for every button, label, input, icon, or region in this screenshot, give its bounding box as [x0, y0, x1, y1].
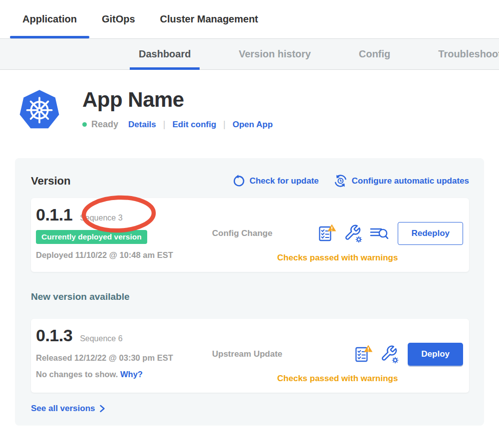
new-version-heading: New version available [31, 291, 469, 302]
edit-config-link[interactable]: Edit config [172, 120, 216, 130]
app-header: App Name Ready Details | Edit config | O… [17, 87, 499, 131]
top-nav: Application GitOps Cluster Management [0, 0, 499, 38]
auto-update-clock-icon [334, 174, 347, 188]
ready-status-dot-icon [82, 122, 87, 127]
edit-config-wrench-icon[interactable] [343, 224, 363, 243]
tab-troubleshoot[interactable]: Troubleshoot [429, 39, 499, 69]
edit-config-wrench-icon[interactable] [379, 344, 399, 364]
configure-automatic-updates-link[interactable]: Configure automatic updates [334, 174, 469, 188]
checks-status-text: Checks passed with warnings [212, 253, 463, 263]
deployed-timestamp: Deployed 11/10/22 @ 10:48 am EST [36, 250, 212, 260]
deploy-button[interactable]: Deploy [408, 343, 463, 366]
checks-status-text: Checks passed with warnings [212, 374, 463, 384]
status-text: Ready [91, 119, 118, 130]
view-files-diff-icon[interactable] [369, 225, 389, 242]
tab-cluster-management[interactable]: Cluster Management [148, 0, 271, 38]
kubernetes-logo-icon [17, 87, 61, 131]
tab-dashboard[interactable]: Dashboard [130, 39, 200, 69]
no-changes-text: No changes to show. [36, 370, 118, 379]
why-link[interactable]: Why? [120, 370, 143, 379]
deployed-version-number: 0.1.1 [36, 205, 72, 224]
preflight-checks-icon[interactable] [353, 344, 373, 364]
tab-version-history[interactable]: Version history [230, 39, 320, 69]
see-all-versions-link[interactable]: See all versions [31, 404, 105, 414]
open-app-link[interactable]: Open App [233, 120, 273, 130]
released-timestamp: Released 12/12/22 @ 03:30 pm EST [36, 353, 212, 363]
tab-application[interactable]: Application [10, 0, 89, 38]
deployed-sequence-label: Sequence 3 [80, 214, 122, 223]
available-sequence-label: Sequence 6 [80, 334, 122, 343]
sub-nav: Dashboard Version history Config Trouble… [0, 38, 499, 70]
redeploy-button[interactable]: Redeploy [398, 222, 463, 245]
available-version-number: 0.1.3 [36, 326, 72, 345]
status-row: Ready Details | Edit config | Open App [82, 119, 273, 130]
tab-gitops[interactable]: GitOps [89, 0, 148, 38]
change-type-label: Upstream Update [212, 349, 282, 359]
divider: | [163, 119, 166, 130]
divider: | [223, 119, 226, 130]
version-panel: Version Check for update [15, 158, 484, 426]
page-title: App Name [82, 88, 273, 111]
check-for-update-link[interactable]: Check for update [232, 175, 319, 188]
tab-config[interactable]: Config [350, 39, 399, 69]
deployed-version-card: 0.1.1 Sequence 3 Currently deployed vers… [31, 198, 469, 272]
available-version-card: 0.1.3 Sequence 6 Released 12/12/22 @ 03:… [31, 319, 469, 393]
preflight-checks-icon[interactable] [316, 224, 336, 243]
currently-deployed-badge: Currently deployed version [36, 230, 147, 244]
details-link[interactable]: Details [128, 120, 156, 130]
version-panel-title: Version [31, 175, 70, 188]
refresh-icon [232, 175, 245, 188]
chevron-right-icon [99, 405, 105, 413]
change-type-label: Config Change [212, 228, 272, 238]
